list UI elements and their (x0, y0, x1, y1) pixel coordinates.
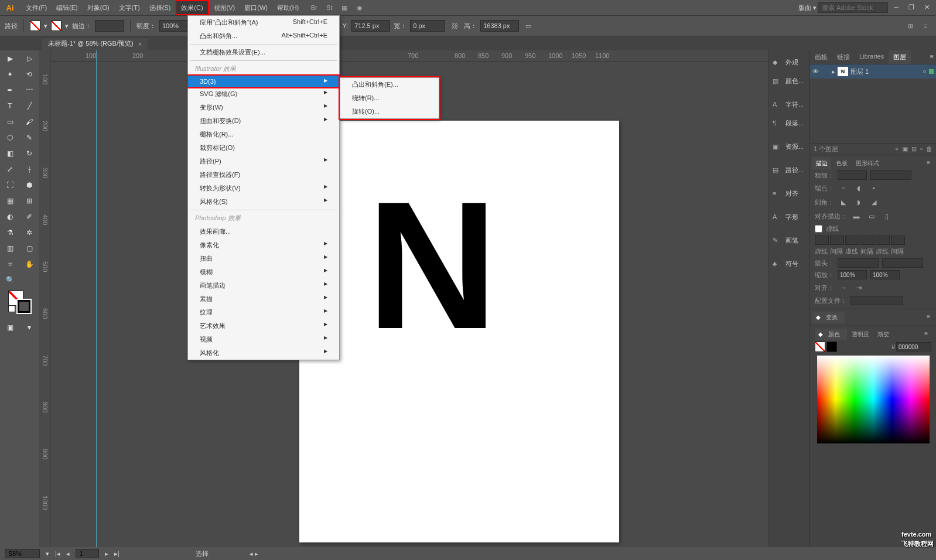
menu-effect[interactable]: 效果(C) (175, 0, 209, 15)
guide-line[interactable] (96, 50, 97, 547)
arrow-end[interactable] (882, 258, 923, 268)
menu-path[interactable]: 路径(P) (188, 155, 339, 168)
tab-color[interactable]: ◆ 颜色 (815, 329, 847, 340)
tab-gradient[interactable]: 渐变 (874, 329, 893, 340)
shape-icon[interactable]: ▭ (522, 20, 534, 32)
panel-brushes[interactable]: ✎画笔 (769, 231, 809, 250)
tab-transparency[interactable]: 透明度 (848, 329, 873, 340)
rect-tool[interactable]: ▭ (1, 114, 19, 129)
dash-checkbox[interactable] (815, 225, 822, 233)
shaper-tool[interactable]: ⬡ (1, 130, 19, 145)
trash-icon[interactable]: 🗑 (926, 145, 932, 153)
gradient-tool[interactable]: ◐ (1, 209, 19, 224)
y-field[interactable] (351, 20, 390, 32)
clip-icon[interactable]: ▣ (902, 145, 908, 153)
new-layer-icon[interactable]: ▫ (920, 145, 923, 153)
color-stroke-swatch[interactable] (826, 342, 837, 352)
cap-square-icon[interactable]: ▪ (868, 182, 880, 194)
locate-icon[interactable]: ⌖ (895, 145, 899, 153)
h-field[interactable] (480, 20, 519, 32)
layer-name[interactable]: 图层 1 (850, 67, 869, 76)
menu-edit[interactable]: 编辑(E) (52, 0, 83, 15)
tab-libraries[interactable]: Libraries (855, 50, 889, 64)
panel-menu-icon[interactable]: ≡ (923, 312, 934, 323)
graph-tool[interactable]: ▥ (1, 241, 19, 256)
lasso-tool[interactable]: ⟲ (20, 67, 39, 82)
window-minimize-icon[interactable]: ─ (889, 2, 903, 13)
artboard-nav-first-icon[interactable]: |◂ (55, 550, 60, 558)
panel-appearance[interactable]: ◆外观 (769, 53, 809, 71)
arrange-icon[interactable]: ▦ (340, 3, 349, 12)
menu-file[interactable]: 文件(F) (21, 0, 52, 15)
align-arrow-2-icon[interactable]: ⇥ (853, 282, 865, 293)
canvas[interactable]: 100200 500700 800850 900950 10001050 110… (50, 50, 768, 547)
submenu-rotate[interactable]: 旋转(O)... (340, 105, 439, 118)
scale-end-field[interactable] (870, 270, 900, 279)
dash-field-3[interactable] (876, 235, 890, 245)
menu-brush-strokes[interactable]: 画笔描边 (188, 279, 339, 292)
free-transform-tool[interactable]: ⛶ (1, 177, 19, 193)
corner-bevel-icon[interactable]: ◢ (868, 196, 880, 208)
cap-butt-icon[interactable]: ▫ (838, 182, 849, 194)
hand-tool[interactable]: ✋ (20, 257, 39, 272)
panel-paragraph[interactable]: ¶段落... (769, 114, 809, 132)
document-tab[interactable]: 未标题-1* @ 58% (RGB/预览) × (42, 37, 148, 50)
menu-type[interactable]: 文字(T) (114, 0, 145, 15)
gpu-icon[interactable]: ◉ (355, 3, 364, 12)
panel-menu-icon[interactable]: ≡ (923, 158, 934, 169)
zoom-field[interactable] (5, 549, 40, 558)
tab-links[interactable]: 链接 (832, 50, 855, 64)
corner-round-icon[interactable]: ◗ (853, 196, 865, 208)
menu-warp[interactable]: 变形(W) (188, 101, 339, 114)
type-tool[interactable]: T (1, 98, 19, 114)
panel-symbols[interactable]: ♣符号 (769, 254, 809, 273)
search-stock-input[interactable] (818, 2, 888, 13)
hex-field[interactable] (896, 342, 931, 351)
menu-artistic[interactable]: 艺术效果 (188, 319, 339, 333)
screen-mode-tool[interactable]: ▣ (1, 320, 19, 335)
artboard-tool[interactable]: ▢ (20, 241, 39, 256)
cap-round-icon[interactable]: ◖ (853, 182, 865, 194)
eyedropper-tool[interactable]: ✐ (20, 209, 39, 224)
mesh-tool[interactable]: ⊞ (20, 193, 39, 209)
menu-pixelate[interactable]: 像素化 (188, 238, 339, 252)
text-object-n[interactable]: N (367, 188, 495, 343)
close-tab-icon[interactable]: × (138, 40, 142, 47)
stock-icon[interactable]: St (324, 3, 334, 12)
align-inside-icon[interactable]: ▭ (866, 210, 877, 222)
stroke-swatch[interactable] (51, 21, 62, 31)
stroke-weight-field[interactable] (95, 20, 124, 32)
menu-object[interactable]: 对象(O) (83, 0, 114, 15)
zoom-dropdown-icon[interactable]: ▾ (46, 550, 49, 558)
window-close-icon[interactable]: ✕ (920, 2, 934, 13)
panel-align[interactable]: ≡对齐 (769, 184, 809, 203)
expand-icon[interactable]: ▸ (832, 68, 835, 76)
bridge-icon[interactable]: Br (309, 3, 319, 12)
menu-stylize[interactable]: 风格化(S) (188, 195, 339, 209)
profile-dropdown[interactable] (850, 296, 903, 305)
submenu-extrude-bevel[interactable]: 凸出和斜角(E)... (340, 78, 439, 91)
menu-effect-gallery[interactable]: 效果画廊... (188, 225, 339, 238)
align-arrow-1-icon[interactable]: → (838, 282, 849, 293)
tab-transform[interactable]: ◆ 变换 (812, 312, 845, 323)
target-icon[interactable]: ○ (923, 68, 927, 75)
pen-tool[interactable]: ✒ (1, 83, 19, 98)
artboard-nav-next-icon[interactable]: ▸ (105, 550, 108, 558)
menu-sketch[interactable]: 素描 (188, 292, 339, 306)
menu-video[interactable]: 视频 (188, 333, 339, 346)
artboard-nav-last-icon[interactable]: ▸| (114, 550, 119, 558)
fill-stroke-widget[interactable] (8, 291, 32, 314)
panel-asset[interactable]: ▣资源... (769, 137, 809, 156)
corner-miter-icon[interactable]: ◣ (838, 196, 849, 208)
menu-window[interactable]: 窗口(W) (240, 0, 272, 15)
panel-menu-icon[interactable]: ≡ (921, 329, 931, 340)
menu-apply-last[interactable]: 应用"凸出和斜角"(A)Shift+Ctrl+E (188, 16, 339, 29)
menu-crop-marks[interactable]: 裁剪标记(O) (188, 141, 339, 155)
panel-menu-icon[interactable]: ≡ (928, 50, 936, 64)
artboard-nav-prev-icon[interactable]: ◂ (66, 550, 70, 558)
weight-field[interactable] (838, 170, 867, 180)
brush-tool[interactable]: 🖌 (20, 114, 39, 129)
menu-convert-shape[interactable]: 转换为形状(V) (188, 182, 339, 195)
menu-rasterize[interactable]: 栅格化(R)... (188, 128, 339, 141)
gap-field[interactable] (830, 235, 844, 245)
